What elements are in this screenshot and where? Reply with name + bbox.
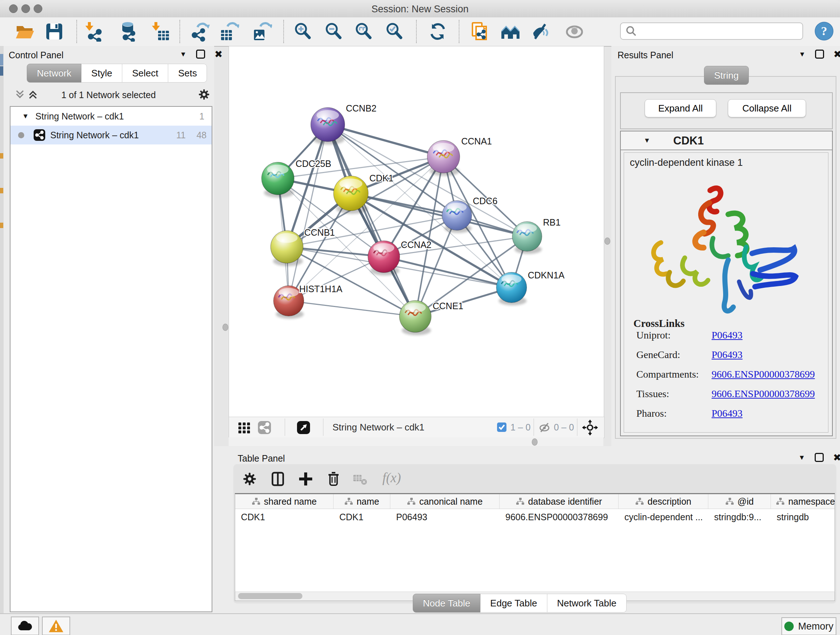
table-cell[interactable]: stringdb:9... [708, 509, 771, 525]
horizontal-splitter-handle[interactable] [532, 439, 538, 446]
tab-select[interactable]: Select [122, 64, 168, 82]
table-cell[interactable]: CDK1 [235, 509, 333, 525]
network-collection-row[interactable]: ▼ String Network – cdk1 1 [11, 107, 212, 126]
node-CCNB2[interactable] [311, 108, 345, 144]
save-session-icon[interactable] [44, 21, 65, 42]
export-table-icon[interactable] [219, 21, 239, 42]
birds-eye-houses-icon[interactable] [501, 21, 521, 42]
open-in-new-window-icon[interactable] [296, 420, 311, 435]
column-header-shared-name[interactable]: shared name [235, 494, 333, 509]
column-header-database-identifier[interactable]: database identifier [500, 494, 619, 509]
cloud-status-button[interactable] [11, 616, 39, 635]
vertical-splitter-handle[interactable] [223, 324, 228, 331]
show-columns-icon[interactable] [270, 470, 286, 487]
table-row[interactable]: CDK1CDK1P064939606.ENSP00000378699cyclin… [235, 509, 835, 525]
column-header-name[interactable]: name [333, 494, 390, 509]
crosslink-link[interactable]: P06493 [712, 329, 743, 341]
tab-style[interactable]: Style [81, 64, 122, 82]
network-canvas[interactable]: CCNB2CCNA1CDC25BCDK1CDC6RB1CCNB1CCNA2CDK… [229, 46, 604, 417]
selected-checkbox-icon[interactable] [497, 422, 507, 432]
copy-style-icon[interactable] [470, 21, 490, 42]
create-column-plus-icon[interactable] [297, 470, 314, 487]
crosslink-link[interactable]: P06493 [712, 408, 743, 419]
table-cell[interactable]: 9606.ENSP00000378699 [500, 509, 619, 525]
collection-expand-icon[interactable]: ▼ [22, 112, 29, 120]
search-input[interactable] [640, 24, 802, 38]
collapse-all-networks-icon[interactable] [14, 89, 29, 100]
table-cell[interactable]: stringdb [771, 509, 835, 525]
zoom-fit-icon[interactable] [354, 21, 374, 42]
column-header-description[interactable]: description [619, 494, 708, 509]
refresh-icon[interactable] [428, 21, 448, 42]
tab-node-table[interactable]: Node Table [413, 594, 480, 613]
node-CDK1[interactable] [333, 176, 368, 214]
export-image-icon[interactable] [252, 21, 272, 42]
tab-network-table[interactable]: Network Table [547, 594, 627, 613]
results-panel-float-icon[interactable] [815, 50, 824, 59]
node-CDC6[interactable] [442, 201, 472, 233]
import-table-file-icon[interactable] [150, 21, 171, 42]
node-CDC25B[interactable] [262, 162, 294, 198]
show-all-eye-icon[interactable] [564, 21, 584, 42]
edge-CCNB2-HIST1H1A[interactable] [289, 125, 328, 301]
node-CCNA2[interactable] [368, 241, 400, 276]
help-button[interactable]: ? [815, 22, 834, 41]
column-header-@id[interactable]: @id [708, 494, 771, 509]
node-CCNE1[interactable] [399, 301, 431, 335]
horizontal-splitter[interactable] [229, 437, 603, 446]
tab-edge-table[interactable]: Edge Table [480, 594, 547, 613]
column-header-canonical-name[interactable]: canonical name [390, 494, 500, 509]
tab-network[interactable]: Network [27, 64, 81, 82]
function-builder-icon[interactable]: f(x) [382, 470, 401, 486]
control-panel-menu-icon[interactable]: ▼ [180, 51, 187, 57]
column-header-namespace[interactable]: namespace [771, 494, 835, 509]
import-network-database-icon[interactable] [118, 21, 139, 42]
node-CCNA1[interactable] [427, 141, 460, 176]
birds-eye-view-icon[interactable] [237, 420, 251, 435]
zoom-in-icon[interactable] [293, 21, 313, 42]
hidden-eye-slash-icon[interactable] [538, 422, 550, 433]
collapse-all-button[interactable]: Collapse All [728, 99, 806, 117]
warning-status-button[interactable] [42, 616, 70, 635]
memory-button[interactable]: Memory [782, 617, 836, 635]
crosslink-link[interactable]: 9606.ENSP00000378699 [712, 388, 815, 400]
table-panel-float-icon[interactable] [815, 453, 824, 462]
section-collapse-icon[interactable]: ▼ [644, 136, 651, 144]
results-panel-close-icon[interactable]: ✖ [834, 49, 840, 59]
tab-sets[interactable]: Sets [168, 64, 207, 82]
table-panel-close-icon[interactable]: ✖ [833, 453, 840, 462]
search-field[interactable] [620, 22, 803, 40]
results-panel-menu-icon[interactable]: ▼ [799, 51, 806, 57]
tab-string[interactable]: String [704, 66, 749, 85]
vertical-splitter-handle[interactable] [605, 238, 610, 245]
pan-crosshair-icon[interactable] [582, 420, 598, 435]
table-settings-gear-icon[interactable] [241, 470, 258, 487]
table-cell[interactable]: cyclin-dependent ... [619, 509, 708, 525]
delete-column-trash-icon[interactable] [325, 470, 342, 487]
table-panel-menu-icon[interactable]: ▼ [798, 454, 805, 461]
control-panel-close-icon[interactable]: ✖ [215, 49, 223, 59]
edge-CCNB2-CCNA1[interactable] [328, 125, 444, 157]
export-network-icon[interactable] [189, 21, 210, 42]
control-panel-float-icon[interactable] [196, 50, 205, 59]
node-CCNB1[interactable] [271, 231, 303, 266]
network-options-gear-icon[interactable] [197, 87, 211, 102]
expand-all-networks-icon[interactable] [27, 89, 42, 100]
node-CDKN1A[interactable] [496, 272, 527, 306]
scrollbar-thumb[interactable] [238, 593, 302, 599]
expand-all-button[interactable]: Expand All [645, 99, 716, 117]
network-share-icon[interactable] [257, 420, 272, 435]
delete-table-icon[interactable] [353, 473, 367, 485]
network-row[interactable]: String Network – cdk1 11 48 [11, 126, 212, 144]
node-RB1[interactable] [512, 222, 542, 254]
hide-selected-eye-slash-icon[interactable] [531, 21, 551, 42]
open-session-icon[interactable] [14, 21, 35, 42]
import-network-file-icon[interactable] [84, 21, 104, 42]
table-cell[interactable]: CDK1 [333, 509, 390, 525]
edge-HIST1H1A-CCNE1[interactable] [289, 301, 415, 317]
table-cell[interactable]: P06493 [390, 509, 500, 525]
node-section-header[interactable]: ▼ CDK1 [621, 131, 832, 150]
crosslink-link[interactable]: P06493 [712, 349, 743, 361]
crosslink-link[interactable]: 9606.ENSP00000378699 [712, 369, 815, 380]
zoom-selected-icon[interactable] [384, 21, 404, 42]
